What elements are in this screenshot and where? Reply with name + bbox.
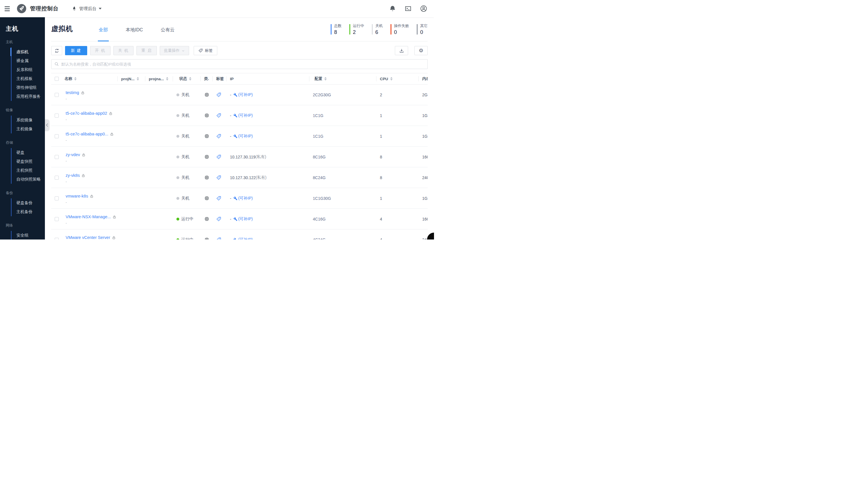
fix-ip-link[interactable]: (可补IP) xyxy=(238,196,253,201)
sidebar-group-label: 存储 xyxy=(6,140,45,145)
settings-button[interactable]: ⚙ xyxy=(414,46,428,55)
sidebar-item-host-backup[interactable]: 主机备份 xyxy=(11,207,45,216)
row-checkbox[interactable] xyxy=(55,238,59,240)
app-title: 管理控制台 xyxy=(30,5,59,12)
sidebar-item-host-snapshot[interactable]: 主机快照 xyxy=(11,166,45,175)
vm-name-link[interactable]: vmware-k8s xyxy=(66,194,88,198)
terminal-icon[interactable] xyxy=(405,5,411,12)
export-button[interactable] xyxy=(395,46,408,55)
search-input[interactable] xyxy=(61,62,425,66)
sidebar-item-baremetal[interactable]: 裸金属 xyxy=(11,56,45,65)
sort-icon[interactable] xyxy=(74,77,76,80)
create-button[interactable]: 新 建 xyxy=(65,46,87,55)
cell-tags[interactable] xyxy=(213,209,226,229)
column-header-status[interactable]: 状态 xyxy=(173,73,200,84)
vm-name-link[interactable]: zy-vk8s xyxy=(66,173,80,178)
vm-name-link[interactable]: VMware-NSX-Manage... xyxy=(66,214,111,219)
sidebar-item-anti-affinity-group[interactable]: 反亲和组 xyxy=(11,65,45,74)
cell-projN xyxy=(118,147,145,167)
cell-ip: - (可补IP) xyxy=(226,126,309,146)
tag-icon xyxy=(216,134,221,139)
lock-icon xyxy=(112,236,116,240)
row-checkbox[interactable] xyxy=(55,93,59,97)
column-header-name[interactable]: 名称 xyxy=(62,73,118,84)
cell-ip: 10.127.30.119(私有) xyxy=(226,147,309,167)
ip-empty: - xyxy=(230,113,231,118)
vm-name-link[interactable]: t5-ce7c-alibaba-app02 xyxy=(66,111,107,115)
tab-public-cloud[interactable]: 公有云 xyxy=(160,17,176,41)
fix-ip-link[interactable]: (可补IP) xyxy=(238,237,253,240)
fix-ip-link[interactable]: (可补IP) xyxy=(238,216,253,222)
tabs: 全部本地IDC公有云 xyxy=(98,17,176,41)
column-header-cpu[interactable]: CPU xyxy=(376,73,419,84)
column-header-tags: 标签 xyxy=(213,73,226,84)
row-checkbox[interactable] xyxy=(55,134,59,138)
tag-icon xyxy=(198,48,203,53)
cell-tags[interactable] xyxy=(213,167,226,188)
env-switcher[interactable]: 管理后台 xyxy=(72,6,102,11)
column-header-config[interactable]: 配置 xyxy=(309,73,376,84)
vm-name-link[interactable]: t5-ce7c-alibaba-app0... xyxy=(66,132,108,136)
sort-icon[interactable] xyxy=(390,77,393,80)
row-checkbox[interactable] xyxy=(55,155,59,159)
fix-ip-link[interactable]: (可补IP) xyxy=(238,113,253,118)
column-header-projN[interactable]: projN... xyxy=(118,73,145,84)
sidebar-item-vm[interactable]: 虚拟机 xyxy=(11,47,45,56)
fix-ip-link[interactable]: (可补IP) xyxy=(238,92,253,98)
vm-name-link[interactable]: testimg xyxy=(66,90,79,95)
sidebar-item-disk-backup[interactable]: 硬盘备份 xyxy=(11,198,45,207)
cell-mem: 16G xyxy=(419,209,428,229)
cell-tags[interactable] xyxy=(213,147,226,167)
sidebar-item-app-service[interactable]: 应用程序服务 xyxy=(11,92,45,101)
status-dot xyxy=(177,176,179,179)
row-checkbox[interactable] xyxy=(55,217,59,221)
tag-icon xyxy=(216,175,221,180)
cell-tags[interactable] xyxy=(213,84,226,105)
user-avatar-icon[interactable] xyxy=(420,5,427,12)
cell-tags[interactable] xyxy=(213,188,226,208)
menu-hamburger-icon[interactable] xyxy=(0,0,13,17)
sidebar-item-system-image[interactable]: 系统镜像 xyxy=(11,115,45,125)
sort-icon[interactable] xyxy=(166,77,168,80)
vm-name-link[interactable]: zy-vdev xyxy=(66,152,80,157)
sidebar-group-label: 网络 xyxy=(6,223,45,228)
select-all-checkbox[interactable] xyxy=(55,77,59,81)
sort-icon[interactable] xyxy=(189,77,191,80)
refresh-button[interactable] xyxy=(51,46,62,55)
sidebar-item-disk-snapshot[interactable]: 硬盘快照 xyxy=(11,157,45,166)
power-on-button[interactable]: 开 机 xyxy=(90,46,111,55)
sort-icon[interactable] xyxy=(324,77,327,80)
sort-icon[interactable] xyxy=(137,77,139,80)
tab-all[interactable]: 全部 xyxy=(98,17,109,41)
hypervisor-type-icon xyxy=(204,196,210,201)
sidebar-collapse-handle[interactable] xyxy=(45,119,49,131)
notifications-bell-icon[interactable] xyxy=(389,5,396,12)
cell-tags[interactable] xyxy=(213,126,226,146)
tag-button[interactable]: 标签 xyxy=(194,46,217,55)
fix-ip-link[interactable]: (可补IP) xyxy=(238,134,253,139)
stat-value: 2 xyxy=(353,29,364,35)
sidebar-item-host-template[interactable]: 主机模板 xyxy=(11,74,45,83)
vm-name-link[interactable]: VMware vCenter Server xyxy=(66,235,110,240)
column-header-projna[interactable]: projna... xyxy=(145,73,173,84)
cell-ip: - (可补IP) xyxy=(226,105,309,126)
fix-ip-wrench-icon xyxy=(234,93,238,97)
ip-empty: - xyxy=(230,196,231,201)
sidebar-item-security-group[interactable]: 安全组 xyxy=(11,231,45,240)
cell-tags[interactable] xyxy=(213,230,226,240)
batch-actions-button[interactable]: 批量操作 xyxy=(160,46,189,55)
status-dot xyxy=(177,135,179,138)
tab-local-idc[interactable]: 本地IDC xyxy=(125,17,144,41)
sidebar-item-disk[interactable]: 硬盘 xyxy=(11,148,45,157)
restart-button[interactable]: 重 启 xyxy=(136,46,157,55)
sidebar-item-host-image[interactable]: 主机镜像 xyxy=(11,125,45,133)
sidebar-item-scaling-group[interactable]: 弹性伸缩组 xyxy=(11,83,45,92)
sidebar-item-auto-snapshot-policy[interactable]: 自动快照策略 xyxy=(11,175,45,184)
ip-address: 10.127.30.119 xyxy=(230,155,255,159)
row-checkbox[interactable] xyxy=(55,113,59,117)
cell-cpu: 1 xyxy=(376,188,419,208)
row-checkbox[interactable] xyxy=(55,196,59,200)
cell-tags[interactable] xyxy=(213,105,226,126)
power-off-button[interactable]: 关 机 xyxy=(114,46,134,55)
row-checkbox[interactable] xyxy=(55,176,59,180)
